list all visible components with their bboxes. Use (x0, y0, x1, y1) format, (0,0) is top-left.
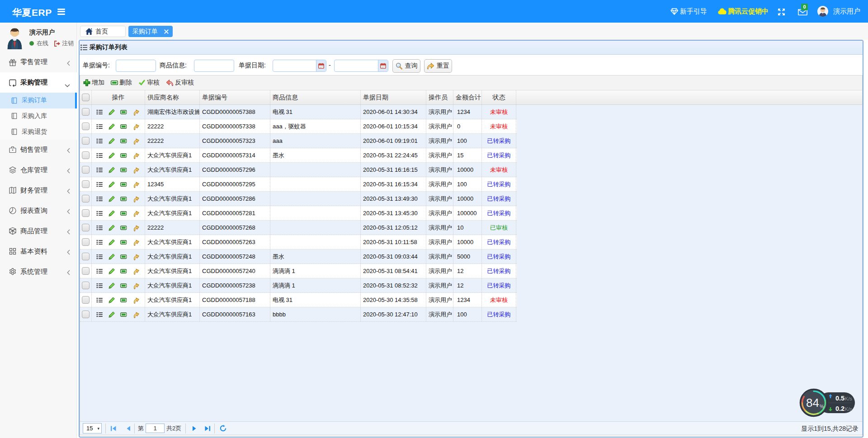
svg-text:0.5: 0.5 (835, 395, 844, 402)
svg-text:84: 84 (806, 396, 819, 410)
svg-text:0.2: 0.2 (835, 405, 844, 412)
svg-text:%: % (820, 404, 824, 409)
svg-text:K/s: K/s (845, 396, 853, 401)
svg-text:K/s: K/s (845, 406, 853, 412)
